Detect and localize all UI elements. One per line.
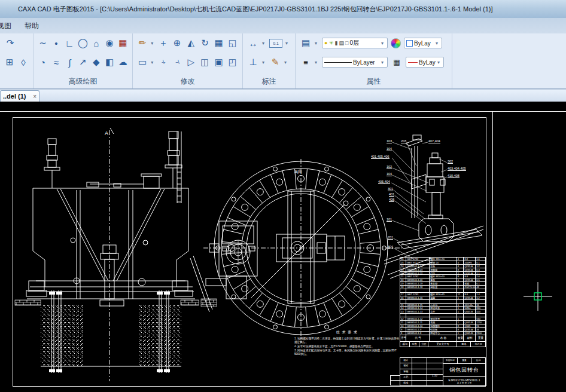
profile-icon[interactable]: ◧ [104,56,114,68]
block-edit-icon[interactable]: ▣ [214,56,224,68]
coordinate-dim-icon[interactable]: ⊥ [247,56,259,68]
menu-help[interactable]: 帮助 [22,20,41,32]
bom-cell: 0.1 [476,282,485,285]
erase-icon-dropdown[interactable]: ▾ [151,41,154,46]
edge-icon[interactable]: ▷ [185,56,196,68]
mirror-icon[interactable]: ◭ [185,37,196,49]
part-callout: 201 [388,235,393,240]
layer-combobox[interactable]: ● ☀ ▮ ▤ □ 0层 ▾ [322,38,388,48]
bom-cell: 18 [400,286,406,289]
bom-cell [406,300,430,303]
titleblock-sign-row: 校对 [400,363,443,369]
tab-close-icon[interactable]: × [33,93,36,100]
bom-cell [457,300,464,303]
bom-cell: 4 [457,265,464,268]
bom-cell: 螺栓 M16×45 [430,293,457,296]
bom-cell: GBS3101.1-12 [406,317,430,320]
spline-icon[interactable]: ∼ [38,37,48,49]
bom-cell: 盖板 [430,278,457,281]
centerline-tool-icon[interactable]: ⊞ [4,56,15,68]
bom-cell: GB/T 5783 [406,293,430,296]
bom-cell [464,314,476,317]
bom-cell: Q345-B [464,332,476,335]
wave-line-icon[interactable]: ≈ [51,56,61,68]
bom-cell: 驱动装置 [430,317,457,320]
color-combobox[interactable]: ByLay ▾ [404,38,442,48]
bom-cell [464,289,476,292]
ellipse-icon[interactable]: ◯ [78,37,88,49]
menu-bar: 视图 帮助 [0,18,566,33]
bom-cell: 序号 [400,335,406,341]
titleblock-cell [427,381,443,385]
group-label-dimension: 标注 [243,72,295,88]
bom-cell: 0.3 [476,268,485,271]
titleblock-cell: 批准 [400,381,412,385]
titleblock-cell: 校对 [400,363,412,368]
erase-icon[interactable]: ✏ [137,37,148,49]
part-callout: 101 [387,218,392,222]
bom-cell: 13 [400,310,406,313]
linetype-combobox[interactable]: ByLayer ▾ [322,57,388,68]
bom-cell: 23 [400,268,406,271]
text-edit-icon[interactable]: ✎ [269,56,281,68]
hatch-style-icon[interactable]: ▦ [391,56,403,68]
extend-icon[interactable]: --\ [172,56,182,68]
drawing-canvas[interactable]: A A向 [0,102,566,392]
bom-cell: 1 [457,321,464,324]
layer-manager-icon[interactable]: ▤ [300,37,312,49]
bom-cell [457,289,464,292]
document-tab[interactable]: ..del (1) × [0,90,39,102]
insert-table-icon[interactable]: ▦ [118,37,128,49]
smart-dimension-icon[interactable]: 0.1 [269,39,282,48]
move-icon[interactable]: ＋ [158,37,169,49]
freehand-icon[interactable]: ∫ [65,56,75,68]
polygon-icon[interactable]: ⌂ [91,37,101,49]
menu-view[interactable]: 视图 [0,20,14,32]
break-icon[interactable]: ◫ [199,56,210,68]
point-icon[interactable]: • [51,37,61,49]
bom-cell: 2.0 [476,275,485,278]
titleblock-cell [427,358,443,363]
bom-cell: GB/T 5782 [406,275,430,278]
scale-icon[interactable]: ◱ [227,37,238,49]
circle-pick-icon[interactable]: ◉ [104,37,114,49]
bom-cell: 8 [457,268,464,271]
axis-icon[interactable]: ∟ [65,37,75,49]
bom-cell: 1.2 [476,265,485,268]
wingtag-tool-icon[interactable]: ◊ [18,56,29,68]
contour-icon[interactable]: ◆ [91,56,101,68]
bom-cell: 端盖 [430,296,457,299]
titleblock-cell [427,363,443,368]
part-callout: 407,404 [428,139,440,143]
linewidth-icon[interactable]: ≡ [300,56,312,68]
arc-fill-icon[interactable]: ◔ [38,56,48,68]
linetype-preview [324,62,352,63]
copy-icon[interactable]: ⊕ [172,37,182,49]
drawing-title: 钢包回转台 [443,364,485,377]
tab-label: ..del (1) [3,93,26,100]
bom-cell: Q235-A [464,272,476,275]
revision-cloud-icon[interactable]: ☁ [118,56,128,68]
stretch-icon[interactable]: ▭ [137,56,148,68]
bom-row: 标记处数分区更改文件号签名年月日 [400,342,485,347]
array-icon[interactable]: ▦ [214,37,224,49]
rotate-icon[interactable]: ↻ [199,37,210,49]
bom-cell: 1 [457,310,464,313]
explode-icon[interactable]: ◰ [227,56,238,68]
gradient-arrow-icon[interactable]: ↗ [78,56,88,68]
dim-style-combobox[interactable]: ByLay ▾ [406,57,444,68]
bom-cell: Q345-B [464,321,476,324]
foundation-section [15,290,199,373]
color-value: ByLay [414,40,431,47]
title-block-signature-area: 设计校对审核工艺批准 [400,358,443,385]
trim-icon[interactable]: -\- [158,56,169,68]
drawing-scale: 1:10 [432,374,437,377]
color-wheel-icon[interactable] [391,38,401,48]
stretch-icon-dropdown[interactable]: ▾ [151,60,154,65]
bom-cell: GBS3101.1-15 [406,304,430,307]
dimension-icon[interactable]: ↔ [247,37,259,49]
bom-cell: 8 [457,275,464,278]
arc-tool-icon[interactable]: ↷ [4,37,16,49]
bom-cell: 860 [476,307,485,310]
bom-cell: 2 [457,282,464,285]
